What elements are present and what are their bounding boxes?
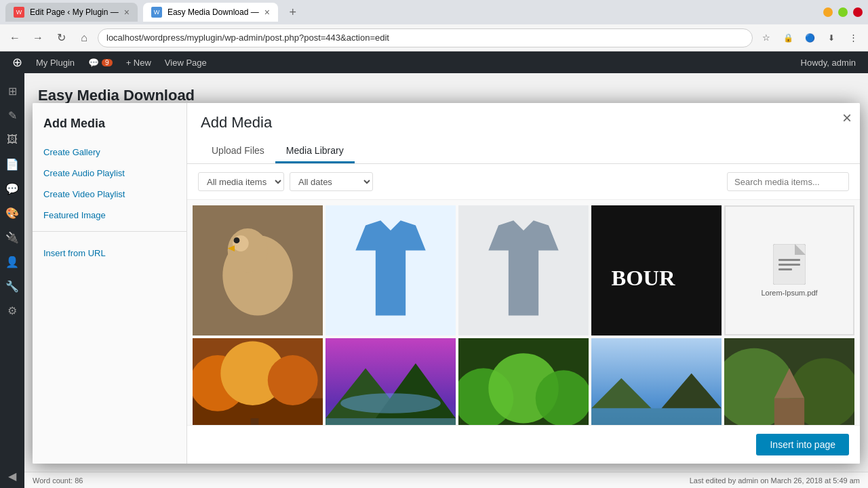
media-item-green-road[interactable] <box>724 338 854 425</box>
insert-into-page-button[interactable]: Insert into page <box>756 434 849 455</box>
svg-point-21 <box>268 355 318 405</box>
extension-icon-3[interactable]: ⬇ <box>822 28 841 47</box>
tab-media-library[interactable]: Media Library <box>275 140 355 163</box>
word-count: Word count: 86 <box>33 476 83 485</box>
media-item-blue-lake[interactable] <box>591 338 722 425</box>
media-item-mountain-lake[interactable] <box>326 338 456 425</box>
svg-point-27 <box>340 393 441 413</box>
sidebar-pages-icon[interactable]: 📄 <box>0 152 24 176</box>
wp-main: ⊞ ✎ 🖼 📄 💬 🎨 🔌 👤 🔧 ⚙ ◀ Easy Media Downloa… <box>0 73 868 488</box>
media-type-filter[interactable]: All media items Images Audio Video <box>198 172 284 191</box>
new-tab-button[interactable]: + <box>283 3 302 22</box>
extension-icon-2[interactable]: 🔵 <box>800 28 819 47</box>
sidebar-posts-icon[interactable]: ✎ <box>0 103 24 127</box>
svg-rect-14 <box>778 259 800 261</box>
sidebar-appearance-icon[interactable]: 🎨 <box>0 201 24 225</box>
wp-sidebar: ⊞ ✎ 🖼 📄 💬 🎨 🔌 👤 🔧 ⚙ ◀ <box>0 73 24 488</box>
browser-title-bar: W Edit Page ‹ My Plugin — × W Easy Media… <box>0 0 868 24</box>
media-item-bourne[interactable]: BOUR <box>591 205 722 336</box>
sidebar-create-gallery-link[interactable]: Create Gallery <box>33 142 186 163</box>
tab1-label: Edit Page ‹ My Plugin — <box>30 7 119 17</box>
wp-logo-icon: ⊕ <box>12 55 22 70</box>
browser-nav-bar: ← → ↻ ⌂ localhost/wordpress/myplugin/wp-… <box>0 24 868 52</box>
svg-text:BOUR: BOUR <box>612 266 675 290</box>
svg-rect-16 <box>778 268 792 270</box>
sidebar-users-icon[interactable]: 👤 <box>0 249 24 274</box>
back-button[interactable]: ← <box>5 28 24 47</box>
media-item-pdf[interactable]: Lorem-Ipsum.pdf <box>724 205 854 336</box>
sidebar-featured-image-link[interactable]: Featured Image <box>33 205 186 226</box>
browser-window: W Edit Page ‹ My Plugin — × W Easy Media… <box>0 0 868 488</box>
address-bar[interactable]: localhost/wordpress/myplugin/wp-admin/po… <box>98 28 753 47</box>
tab2-favicon: W <box>151 7 162 18</box>
media-item-tshirt-blue[interactable] <box>326 205 456 336</box>
site-name-label: My Plugin <box>36 58 75 68</box>
minimize-button[interactable] <box>823 7 833 17</box>
last-edited: Last edited by admin on March 26, 2018 a… <box>690 476 860 485</box>
address-text: localhost/wordpress/myplugin/wp-admin/po… <box>106 33 389 43</box>
reload-button[interactable]: ↻ <box>52 28 71 47</box>
tab2-label: Easy Media Download — <box>167 7 259 17</box>
page-title: Easy Media Download <box>38 87 854 104</box>
sidebar-insert-url-link[interactable]: Insert from URL <box>33 243 186 264</box>
modal-tabs: Upload Files Media Library <box>201 140 846 163</box>
pdf-file-icon <box>773 244 806 285</box>
media-item-green-forest[interactable] <box>458 338 589 425</box>
media-item-tshirt-gray[interactable] <box>458 205 589 336</box>
svg-rect-22 <box>251 418 259 425</box>
sidebar-divider <box>33 231 186 232</box>
modal-sidebar-title: Add Media <box>33 117 186 142</box>
sidebar-small-label <box>33 237 186 243</box>
maximize-button[interactable] <box>838 7 848 17</box>
svg-point-4 <box>234 237 240 243</box>
wp-logo-button[interactable]: ⊕ <box>5 52 29 73</box>
tab-upload-files[interactable]: Upload Files <box>201 140 275 163</box>
new-content-button[interactable]: + New <box>119 52 158 73</box>
view-page-button[interactable]: View Page <box>158 52 214 73</box>
tab2-close[interactable]: × <box>264 7 270 18</box>
sidebar-comments-icon[interactable]: 💬 <box>0 176 24 201</box>
modal-sidebar: Add Media Create Gallery Create Audio Pl… <box>33 103 187 464</box>
extension-icon-1[interactable]: 🔒 <box>778 28 797 47</box>
sidebar-settings-icon[interactable]: ⚙ <box>0 298 24 323</box>
wp-admin-bar: ⊕ My Plugin 💬 9 + New View Page Howdy, a… <box>0 52 868 73</box>
media-item-bird[interactable] <box>193 205 323 336</box>
media-search-input[interactable] <box>727 172 849 191</box>
svg-point-3 <box>233 235 249 251</box>
close-window-button[interactable] <box>853 7 863 17</box>
modal-title: Add Media <box>201 114 846 131</box>
view-page-label: View Page <box>165 58 207 68</box>
sidebar-plugins-icon[interactable]: 🔌 <box>0 225 24 249</box>
media-toolbar: All media items Images Audio Video All d… <box>187 164 860 200</box>
sidebar-media-icon[interactable]: 🖼 <box>0 127 24 152</box>
svg-rect-41 <box>774 399 804 425</box>
comments-button[interactable]: 💬 9 <box>81 52 119 73</box>
media-item-autumn[interactable] <box>193 338 323 425</box>
status-bar: Word count: 86 Last edited by admin on M… <box>24 472 868 488</box>
svg-rect-37 <box>591 408 722 425</box>
sidebar-tools-icon[interactable]: 🔧 <box>0 274 24 298</box>
comment-icon: 💬 <box>88 58 99 68</box>
modal-header: Add Media Upload Files Media Library <box>187 103 860 164</box>
add-media-dialog: Add Media Create Gallery Create Audio Pl… <box>33 103 860 464</box>
modal-close-button[interactable]: × <box>842 108 852 127</box>
sidebar-dashboard-icon[interactable]: ⊞ <box>0 79 24 103</box>
sidebar-collapse-icon[interactable]: ◀ <box>0 464 24 488</box>
bookmark-icon[interactable]: ☆ <box>757 28 776 47</box>
site-name-button[interactable]: My Plugin <box>29 52 81 73</box>
browser-tab-1[interactable]: W Edit Page ‹ My Plugin — × <box>5 3 138 22</box>
sidebar-create-audio-playlist-link[interactable]: Create Audio Playlist <box>33 163 186 184</box>
sidebar-create-video-playlist-link[interactable]: Create Video Playlist <box>33 184 186 205</box>
tab1-close[interactable]: × <box>124 7 130 18</box>
browser-tab-2[interactable]: W Easy Media Download — × <box>143 3 278 22</box>
media-grid: BOUR <box>193 205 854 425</box>
new-content-label: + New <box>126 58 151 68</box>
media-date-filter[interactable]: All dates January 2018 February 2018 Mar… <box>290 172 373 191</box>
svg-rect-26 <box>326 418 456 425</box>
media-grid-container: BOUR <box>187 200 860 425</box>
tab1-favicon: W <box>14 7 24 18</box>
menu-icon[interactable]: ⋮ <box>844 28 863 47</box>
howdy-button[interactable]: Howdy, admin <box>794 52 863 73</box>
forward-button[interactable]: → <box>28 28 47 47</box>
home-button[interactable]: ⌂ <box>75 28 94 47</box>
